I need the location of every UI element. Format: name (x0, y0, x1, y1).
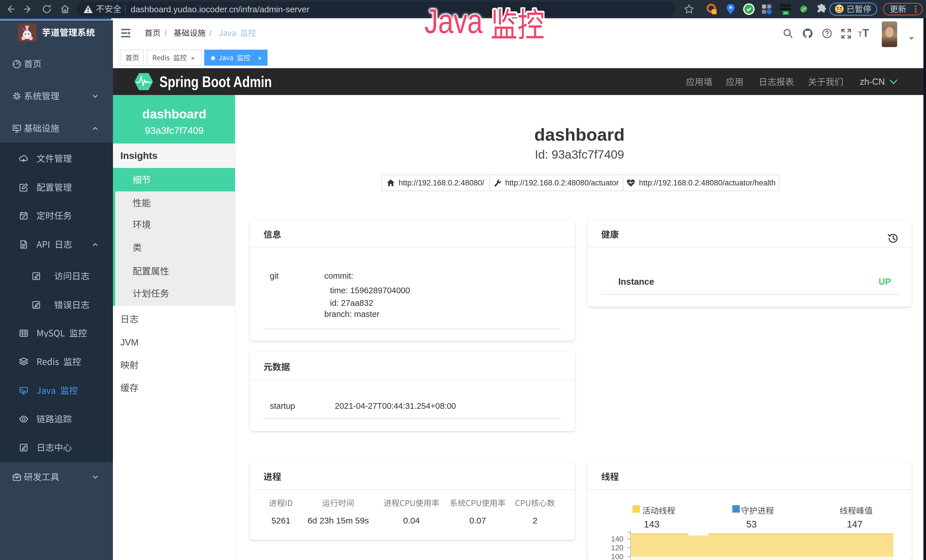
svg-text:on: on (784, 11, 787, 15)
svg-text:1: 1 (713, 9, 715, 14)
